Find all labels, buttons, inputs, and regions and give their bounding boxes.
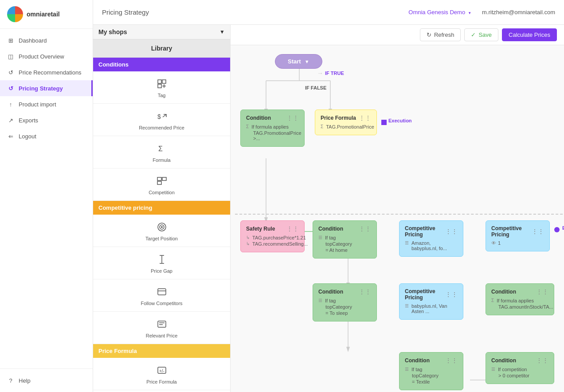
price-formula-node-1[interactable]: Price Formula ⋮⋮ ΣTAG.PromotionalPrice (315, 110, 377, 135)
svg-point-13 (161, 226, 163, 228)
pf-1-title: Price Formula (321, 115, 356, 121)
competitive-2-menu-icon[interactable]: ⋮⋮ (532, 228, 544, 235)
sidebar-item-logout[interactable]: ⇐ Logout (0, 128, 93, 144)
dashed-separator (235, 214, 564, 215)
save-label: Save (478, 31, 492, 38)
canvas-toolbar: ↻ Refresh ✓ Save Calculate Prices (231, 25, 564, 45)
library-item-price-formula-req[interactable]: Price Formula Requirements (93, 390, 230, 392)
library-item-target-position[interactable]: Target Position (93, 215, 230, 247)
competitive-node-1[interactable]: Competitive Pricing ⋮⋮ ☰Amazon, babyplus… (399, 220, 463, 257)
svg-rect-10 (157, 181, 161, 184)
competition-label: Competition (149, 190, 175, 195)
canvas: ↻ Refresh ✓ Save Calculate Prices (231, 25, 564, 392)
library-item-relevant-price[interactable]: Relevant Price (93, 312, 230, 344)
library-item-follow-competitors[interactable]: Follow Competitors (93, 279, 230, 312)
sidebar-item-product-overview[interactable]: ◫ Product Overview (0, 48, 93, 64)
logout-icon: ⇐ (7, 133, 14, 140)
sidebar-item-price-recommendations[interactable]: ↺ Price Recommendations (0, 64, 93, 80)
library-item-recommended-price[interactable]: $ Recommended Price (93, 104, 230, 136)
sidebar-item-exports[interactable]: ↗ Exports (0, 112, 93, 128)
library-item-price-formula[interactable]: +/- Price Formula (93, 358, 230, 390)
competitive-3-menu-icon[interactable]: ⋮⋮ (445, 291, 458, 298)
relevant-price-icon (155, 317, 169, 331)
sidebar-item-label: Dashboard (19, 37, 47, 44)
competitive-node-2[interactable]: Competitive Pricing ⋮⋮ 👁 1 (486, 220, 550, 251)
svg-marker-48 (346, 347, 350, 352)
conditions-section-title: Conditions (93, 58, 230, 71)
competitive-1-title: Competitive Pricing (405, 225, 445, 238)
sidebar-item-label: Logout (19, 133, 36, 140)
dashboard-icon: ⊞ (7, 37, 14, 44)
recommended-price-label: Recommended Price (139, 125, 184, 130)
price-formula-icon: +/- (155, 363, 169, 377)
library-item-tag[interactable]: Tag (93, 71, 230, 104)
sidebar-item-pricing-strategy[interactable]: ↺ Pricing Strategy (0, 80, 93, 96)
formula-label: Formula (153, 157, 170, 163)
save-button[interactable]: ✓ Save (464, 28, 498, 41)
flow-container: → IF TRUE IF FALSE Start ▼ Condition (231, 45, 564, 392)
pf-1-menu-icon[interactable]: ⋮⋮ (359, 114, 371, 122)
sidebar-item-product-import[interactable]: ↑ Product import (0, 96, 93, 112)
svg-rect-2 (158, 84, 161, 88)
condition-5-menu-icon[interactable]: ⋮⋮ (445, 357, 458, 364)
library-item-price-gap[interactable]: Price Gap (93, 247, 230, 279)
sidebar-item-label: Product Overview (19, 53, 64, 60)
formula-section-title: Price Formula (93, 344, 230, 358)
condition-node-6[interactable]: Condition ⋮⋮ ☰If competition > 0 competi… (486, 352, 554, 384)
topbar-title: Pricing Strategy (102, 8, 149, 16)
product-overview-icon: ◫ (7, 53, 14, 60)
condition-node-4[interactable]: Condition ⋮⋮ ΣIf formula applies TAG.amo… (486, 283, 554, 315)
exports-icon: ↗ (7, 117, 14, 124)
competitive-1-menu-icon[interactable]: ⋮⋮ (445, 228, 458, 235)
condition-2-menu-icon[interactable]: ⋮⋮ (359, 225, 371, 232)
library-panel: My shops ▼ Library Conditions Tag $ Reco… (93, 25, 231, 392)
condition-2-content: ☰If tag topCategory = At home (318, 235, 371, 253)
sidebar-item-dashboard[interactable]: ⊞ Dashboard (0, 32, 93, 48)
price-rec-icon: ↺ (7, 69, 14, 76)
condition-node-5[interactable]: Condition ⋮⋮ ☰If tag topCategory = Texti… (399, 352, 463, 390)
library-item-formula[interactable]: Σ Formula (93, 136, 230, 169)
condition-4-menu-icon[interactable]: ⋮⋮ (536, 288, 548, 295)
tag-icon (155, 77, 169, 91)
safety-rule-node[interactable]: Safety Rule ⋮⋮ ↳TAG.purchasePrice*1.21 ↳… (240, 220, 305, 252)
my-shops-label: My shops (98, 28, 127, 35)
execution-label-1: Execution (388, 118, 412, 123)
condition-6-menu-icon[interactable]: ⋮⋮ (536, 357, 548, 364)
library-header: Library (93, 39, 230, 58)
target-position-icon (155, 220, 169, 234)
refresh-button[interactable]: ↻ Refresh (420, 28, 461, 41)
svg-text:+/-: +/- (159, 368, 164, 373)
condition-2-title: Condition (318, 226, 343, 232)
start-node[interactable]: Start ▼ (275, 54, 322, 69)
recommended-price-icon: $ (155, 109, 169, 123)
svg-line-6 (163, 114, 166, 117)
shops-chevron-icon[interactable]: ▼ (219, 29, 225, 35)
svg-rect-17 (158, 289, 166, 295)
competitive-node-3[interactable]: Competitive Pricing ⋮⋮ ☰babyplus.nl, Van… (399, 283, 463, 320)
refresh-icon: ↻ (427, 31, 431, 38)
condition-5-content: ☰If tag topCategory = Textile (405, 367, 458, 384)
product-import-icon: ↑ (7, 101, 14, 108)
logo-text: omniaretail (27, 11, 60, 18)
condition-node-1[interactable]: Condition ⋮⋮ ΣIf formula applies TAG.Pro… (240, 110, 305, 147)
account-selector[interactable]: Omnia Genesis Demo (408, 9, 471, 16)
execution-dot-2 (554, 227, 560, 232)
condition-4-title: Condition (491, 289, 516, 295)
condition-1-menu-icon[interactable]: ⋮⋮ (286, 114, 299, 122)
condition-3-menu-icon[interactable]: ⋮⋮ (359, 288, 371, 295)
safety-menu-icon[interactable]: ⋮⋮ (286, 225, 299, 232)
topbar-right: Omnia Genesis Demo m.ritzheim@omniaretai… (408, 9, 555, 16)
condition-node-3[interactable]: Condition ⋮⋮ ☰If tag topCategory = To sl… (313, 283, 377, 321)
competitive-2-content: 👁 1 (491, 240, 544, 246)
main-area: Pricing Strategy Omnia Genesis Demo m.ri… (93, 0, 564, 392)
calculate-prices-button[interactable]: Calculate Prices (502, 28, 557, 41)
sidebar-item-help[interactable]: ? Help (0, 372, 93, 388)
library-item-competition[interactable]: Competition (93, 169, 230, 201)
price-gap-label: Price Gap (151, 268, 172, 274)
condition-1-title: Condition (246, 115, 271, 121)
calculate-label: Calculate Prices (509, 31, 550, 38)
competition-icon (155, 174, 169, 188)
account-email: m.ritzheim@omniaretail.com (482, 9, 555, 16)
condition-node-2[interactable]: Condition ⋮⋮ ☰If tag topCategory = At ho… (313, 220, 377, 259)
competitive-2-title: Competitive Pricing (491, 225, 532, 238)
